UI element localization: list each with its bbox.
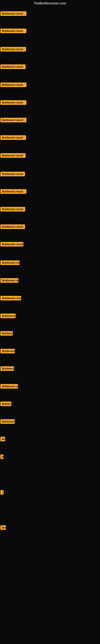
- bottleneck-label-5: Bottleneck result: [0, 82, 26, 87]
- bottleneck-row-17[interactable]: Bottleneck resul: [0, 296, 21, 301]
- bottleneck-label-7: Bottleneck result: [0, 118, 26, 122]
- bottleneck-row-12[interactable]: Bottleneck result: [0, 207, 25, 212]
- bottleneck-row-1[interactable]: Bottleneck result: [0, 11, 26, 17]
- bottleneck-row-16[interactable]: Bottleneck re: [0, 278, 18, 284]
- bottleneck-label-21: Bottlenec: [0, 366, 14, 371]
- bottleneck-label-6: Bottleneck result: [0, 100, 26, 105]
- bottleneck-label-10: Bottleneck result: [0, 172, 25, 176]
- bottleneck-label-16: Bottleneck re: [0, 278, 18, 283]
- bottleneck-label-2: Bottleneck result: [0, 28, 26, 33]
- bottleneck-label-17: Bottleneck resul: [0, 296, 21, 300]
- bottleneck-label-15: Bottleneck result: [0, 260, 20, 265]
- bottleneck-row-15[interactable]: Bottleneck result: [0, 260, 20, 266]
- bottleneck-label-11: Bottleneck result: [0, 189, 26, 194]
- bottleneck-row-7[interactable]: Bottleneck result: [0, 118, 26, 123]
- site-title: TheBottlenecker.com: [34, 2, 66, 5]
- bottleneck-row-5[interactable]: Bottleneck result: [0, 82, 26, 88]
- bottleneck-row-27[interactable]: |: [0, 490, 3, 496]
- bottleneck-label-19: Bottlene: [0, 331, 13, 336]
- bottleneck-row-3[interactable]: Bottleneck result: [0, 47, 26, 52]
- bottleneck-row-8[interactable]: Bottleneck result: [0, 135, 26, 141]
- bottleneck-label-26: B: [0, 454, 3, 459]
- bottleneck-row-24[interactable]: Bottleneck: [0, 419, 15, 425]
- bottleneck-label-18: Bottleneck: [0, 314, 16, 318]
- bottleneck-row-26[interactable]: B: [0, 454, 3, 460]
- header: TheBottlenecker.com: [0, 0, 100, 7]
- bottleneck-label-9: Bottleneck result: [0, 153, 26, 158]
- bottleneck-label-14: Bottleneck result: [0, 242, 23, 246]
- bottleneck-row-28[interactable]: Bot: [0, 525, 6, 531]
- bottleneck-row-4[interactable]: Bottleneck result: [0, 64, 26, 70]
- bottleneck-row-18[interactable]: Bottleneck: [0, 314, 16, 319]
- bottleneck-label-1: Bottleneck result: [0, 11, 26, 16]
- bottleneck-label-28: Bot: [0, 525, 6, 530]
- bottleneck-label-3: Bottleneck result: [0, 47, 26, 52]
- bottleneck-label-27: |: [0, 490, 3, 495]
- bottleneck-label-13: Bottleneck result: [0, 224, 25, 229]
- bottleneck-row-25[interactable]: Bo: [0, 437, 5, 442]
- bottleneck-label-23: Bottlen: [0, 402, 11, 406]
- bottleneck-row-21[interactable]: Bottlenec: [0, 366, 14, 372]
- bottleneck-label-8: Bottleneck result: [0, 135, 26, 140]
- bottleneck-label-22: Bottleneck re: [0, 384, 18, 388]
- bottleneck-row-19[interactable]: Bottlene: [0, 331, 13, 336]
- bottleneck-label-24: Bottleneck: [0, 419, 15, 424]
- bottleneck-row-23[interactable]: Bottlen: [0, 402, 11, 407]
- bottleneck-row-2[interactable]: Bottleneck result: [0, 28, 26, 34]
- bottleneck-label-20: Bottleneck: [0, 349, 15, 354]
- bottleneck-row-14[interactable]: Bottleneck result: [0, 242, 23, 247]
- bottleneck-label-4: Bottleneck result: [0, 64, 26, 69]
- bottleneck-row-11[interactable]: Bottleneck result: [0, 189, 26, 194]
- bottleneck-row-20[interactable]: Bottleneck: [0, 349, 15, 354]
- bottleneck-row-6[interactable]: Bottleneck result: [0, 100, 26, 106]
- bottleneck-label-25: Bo: [0, 437, 5, 441]
- bottleneck-row-22[interactable]: Bottleneck re: [0, 384, 18, 390]
- bottleneck-row-9[interactable]: Bottleneck result: [0, 153, 26, 158]
- bottleneck-row-10[interactable]: Bottleneck result: [0, 172, 25, 177]
- bottleneck-label-12: Bottleneck result: [0, 207, 25, 212]
- bottleneck-row-13[interactable]: Bottleneck result: [0, 224, 25, 230]
